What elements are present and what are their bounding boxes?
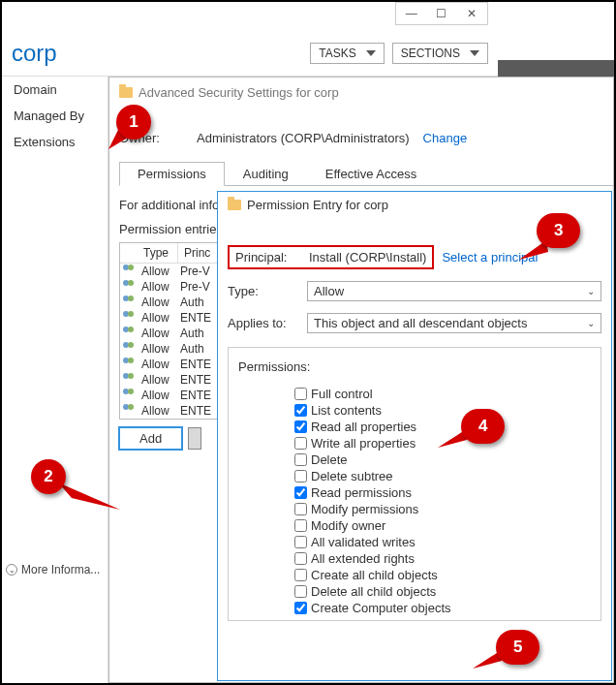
- type-select[interactable]: Allow⌄: [307, 281, 601, 301]
- checkbox-input[interactable]: [294, 569, 307, 581]
- add-button[interactable]: Add: [119, 427, 182, 450]
- permission-checkbox[interactable]: Modify permissions: [294, 501, 591, 517]
- checkbox-input[interactable]: [294, 552, 307, 565]
- sidebar: Domain Managed By Extensions ⌄ More Info…: [2, 77, 108, 683]
- table-row[interactable]: AllowAuth: [120, 326, 220, 341]
- permission-grid[interactable]: Type Princ AllowPre-VAllowPre-VAllowAuth…: [119, 242, 221, 420]
- owner-value: Administrators (CORP\Administrators): [197, 131, 410, 145]
- row-type: Allow: [138, 389, 178, 402]
- permission-checkbox[interactable]: Modify owner: [294, 517, 591, 534]
- people-icon: [120, 327, 138, 340]
- permission-checkbox[interactable]: Full control: [294, 386, 591, 402]
- table-row[interactable]: AllowENTE: [120, 388, 220, 403]
- grid-header: Type Princ: [120, 243, 220, 264]
- row-principal: ENTE: [178, 373, 220, 387]
- permission-checkbox[interactable]: Create all child objects: [294, 567, 591, 583]
- more-information-expander[interactable]: ⌄ More Informa...: [6, 563, 100, 576]
- table-row[interactable]: AllowAuth: [120, 341, 220, 357]
- row-type: Allow: [138, 311, 178, 325]
- people-icon: [120, 265, 138, 278]
- applies-to-select[interactable]: This object and all descendant objects⌄: [307, 313, 601, 333]
- header: corp TASKS SECTIONS: [2, 31, 498, 77]
- folder-icon: [119, 87, 133, 98]
- people-icon: [120, 389, 138, 402]
- checkbox-label: List contents: [311, 403, 382, 418]
- minimize-button[interactable]: —: [396, 3, 426, 24]
- permissions-label: Permissions:: [238, 359, 591, 374]
- folder-icon: [228, 200, 241, 210]
- people-icon: [120, 358, 138, 371]
- row-principal: Auth: [178, 342, 220, 356]
- callout-3: 3: [537, 213, 580, 248]
- caret-down-icon: [366, 50, 376, 56]
- checkbox-input[interactable]: [294, 420, 307, 433]
- checkbox-input[interactable]: [294, 536, 307, 548]
- people-icon: [120, 342, 138, 356]
- row-principal: ENTE: [178, 358, 220, 371]
- tasks-dropdown[interactable]: TASKS: [310, 43, 384, 64]
- checkbox-input[interactable]: [294, 470, 307, 483]
- people-icon: [120, 311, 138, 325]
- table-row[interactable]: AllowENTE: [120, 357, 220, 372]
- checkbox-input[interactable]: [294, 602, 307, 614]
- principal-highlight: Principal: Install (CORP\Install): [228, 245, 434, 269]
- tab-auditing[interactable]: Auditing: [225, 162, 307, 186]
- tabs: Permissions Auditing Effective Access: [119, 161, 613, 186]
- permission-checkbox[interactable]: Delete subtree: [294, 468, 591, 484]
- table-row[interactable]: AllowPre-V: [120, 279, 220, 295]
- checkbox-input[interactable]: [294, 585, 307, 598]
- disabled-button: [188, 427, 201, 450]
- permission-checkbox[interactable]: List contents: [294, 402, 591, 419]
- row-type: Allow: [138, 404, 178, 418]
- permission-checkbox[interactable]: Create Computer objects: [294, 600, 591, 616]
- type-label: Type:: [228, 284, 307, 298]
- row-type: Allow: [138, 342, 178, 356]
- row-type: Allow: [138, 358, 178, 371]
- checkbox-label: Delete subtree: [311, 469, 393, 483]
- permission-checkbox[interactable]: Read permissions: [294, 484, 591, 501]
- checkbox-input[interactable]: [294, 453, 307, 466]
- permission-checkbox[interactable]: All validated writes: [294, 534, 591, 550]
- permission-checkbox[interactable]: All extended rights: [294, 550, 591, 567]
- callout-2: 2: [31, 459, 66, 494]
- sidebar-item-domain[interactable]: Domain: [2, 77, 108, 103]
- permission-checkbox[interactable]: Delete all child objects: [294, 583, 591, 600]
- checkbox-input[interactable]: [294, 404, 307, 417]
- table-row[interactable]: AllowAuth: [120, 295, 220, 310]
- checkbox-label: Read all properties: [311, 420, 416, 434]
- checkbox-input[interactable]: [294, 437, 307, 450]
- permission-entry-window: Permission Entry for corp Principal: Ins…: [217, 191, 612, 681]
- sections-dropdown[interactable]: SECTIONS: [392, 43, 488, 64]
- sidebar-item-extensions[interactable]: Extensions: [2, 129, 108, 155]
- row-principal: Auth: [178, 327, 220, 340]
- people-icon: [120, 280, 138, 294]
- checkbox-label: Create all child objects: [311, 568, 438, 582]
- callout-5: 5: [496, 630, 539, 665]
- row-type: Allow: [138, 265, 178, 278]
- checkbox-label: Read permissions: [311, 485, 412, 500]
- page-title: corp: [2, 40, 57, 67]
- table-row[interactable]: AllowPre-V: [120, 264, 220, 279]
- tab-effective-access[interactable]: Effective Access: [307, 162, 435, 186]
- row-principal: Pre-V: [178, 280, 220, 294]
- maximize-button[interactable]: ☐: [426, 3, 456, 24]
- table-row[interactable]: AllowENTE: [120, 403, 220, 419]
- table-row[interactable]: AllowENTE: [120, 310, 220, 326]
- row-principal: Auth: [178, 296, 220, 309]
- dark-banner: [498, 60, 614, 77]
- checkbox-label: Modify owner: [311, 518, 385, 533]
- tab-permissions[interactable]: Permissions: [119, 162, 225, 186]
- row-principal: Pre-V: [178, 265, 220, 278]
- checkbox-label: Write all properties: [311, 436, 416, 451]
- applies-to-label: Applies to:: [228, 316, 307, 330]
- checkbox-input[interactable]: [294, 519, 307, 532]
- checkbox-input[interactable]: [294, 486, 307, 499]
- checkbox-input[interactable]: [294, 388, 307, 400]
- permission-checkbox[interactable]: Delete: [294, 451, 591, 468]
- close-button[interactable]: ✕: [457, 3, 487, 24]
- checkbox-input[interactable]: [294, 503, 307, 515]
- table-row[interactable]: AllowENTE: [120, 372, 220, 388]
- checkbox-label: Delete all child objects: [311, 584, 436, 599]
- sidebar-item-managed-by[interactable]: Managed By: [2, 103, 108, 129]
- change-owner-link[interactable]: Change: [423, 131, 468, 145]
